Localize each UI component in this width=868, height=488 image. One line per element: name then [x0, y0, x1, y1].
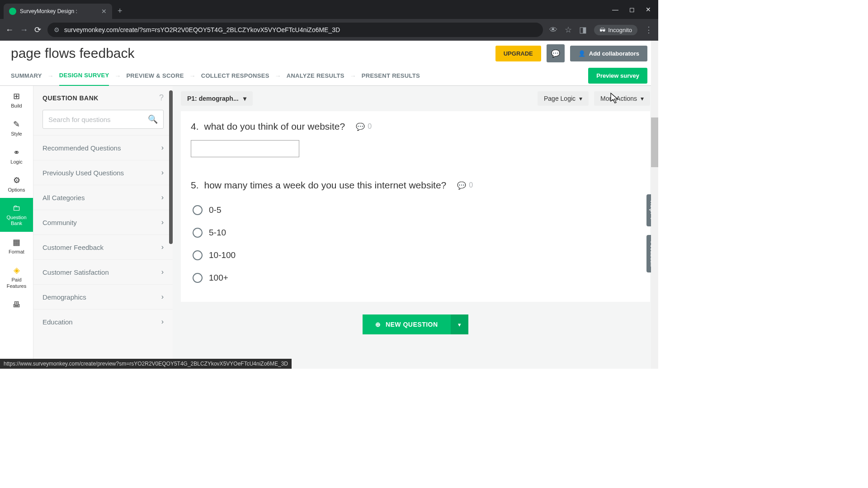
rail-options[interactable]: ⚙Options	[0, 170, 33, 198]
rail-print[interactable]: 🖶	[0, 295, 33, 315]
browser-tab[interactable]: SurveyMonkey Design : ✕	[4, 4, 112, 19]
arrow-icon: →	[275, 72, 281, 80]
page-selector[interactable]: P1: demograph... ▾	[181, 91, 253, 106]
rail-style[interactable]: ✎Style	[0, 114, 33, 142]
category-education[interactable]: Education›	[33, 309, 173, 334]
new-tab-button[interactable]: +	[118, 6, 123, 16]
minimize-icon[interactable]: —	[612, 6, 618, 13]
rail-paid-features[interactable]: ◈Paid Features	[0, 260, 33, 294]
url-bar[interactable]: ⚙ surveymonkey.com/create/?sm=rsYO2R2V0E…	[47, 23, 543, 37]
question-bank-icon: 🗀	[13, 203, 21, 213]
left-rail: ⊞Build ✎Style ⚭Logic ⚙Options 🗀Question …	[0, 86, 33, 369]
arrow-icon: →	[47, 72, 54, 80]
forward-icon[interactable]: →	[20, 25, 28, 35]
reload-icon[interactable]: ⟳	[34, 25, 41, 35]
nav-tab-design[interactable]: DESIGN SURVEY	[59, 66, 109, 86]
chevron-right-icon: ›	[161, 293, 164, 301]
page-scrollbar-thumb[interactable]	[651, 117, 658, 167]
radio-icon	[193, 250, 203, 260]
category-recommended[interactable]: Recommended Questions›	[33, 135, 173, 160]
main-area: ⊞Build ✎Style ⚭Logic ⚙Options 🗀Question …	[0, 86, 658, 369]
chevron-down-icon: ▾	[579, 95, 582, 102]
app-header: page flows feedback UPGRADE 💬 👤 Add coll…	[0, 41, 658, 66]
chevron-right-icon: ›	[161, 193, 164, 202]
page-logic-dropdown[interactable]: Page Logic▾	[538, 91, 589, 106]
text-answer-field[interactable]	[191, 140, 299, 157]
category-customer-satisfaction[interactable]: Customer Satisfaction›	[33, 259, 173, 284]
question-5[interactable]: 5. how many times a week do you use this…	[181, 170, 650, 302]
radio-option[interactable]: 5-10	[191, 221, 640, 244]
canvas-toolbar: P1: demograph... ▾ Page Logic▾ More Acti…	[173, 86, 658, 111]
bookmark-icon[interactable]: ☆	[565, 25, 572, 35]
question-4[interactable]: 4. what do you think of our website? 💬0	[181, 111, 650, 170]
help-icon[interactable]: ?	[159, 93, 164, 103]
plus-icon: ⊕	[375, 321, 381, 328]
paid-icon: ◈	[14, 265, 20, 275]
incognito-badge[interactable]: 🕶 Incognito	[594, 25, 637, 35]
nav-tab-present[interactable]: PRESENT RESULTS	[362, 66, 420, 85]
category-all[interactable]: All Categories›	[33, 185, 173, 210]
page-scrollbar-track[interactable]	[651, 41, 658, 369]
radio-icon	[193, 273, 203, 283]
site-settings-icon[interactable]: ⚙	[54, 26, 60, 33]
maximize-icon[interactable]: ◻	[629, 6, 635, 13]
radio-option[interactable]: 100+	[191, 267, 640, 289]
nav-tab-collect[interactable]: COLLECT RESPONSES	[201, 66, 269, 85]
chevron-right-icon: ›	[161, 144, 164, 152]
visibility-off-icon[interactable]: 👁	[549, 25, 557, 35]
format-icon: ▦	[13, 237, 20, 247]
sidebar-scrollbar[interactable]	[169, 90, 173, 244]
chat-icon: 💬	[551, 49, 560, 58]
radio-option[interactable]: 10-100	[191, 244, 640, 267]
radio-icon	[193, 228, 203, 238]
chevron-right-icon: ›	[161, 243, 164, 251]
new-question-dropdown[interactable]: ▾	[451, 314, 468, 334]
close-tab-icon[interactable]: ✕	[101, 8, 107, 15]
comment-icon: 💬	[356, 122, 365, 131]
radio-option[interactable]: 0-5	[191, 199, 640, 221]
comments-count[interactable]: 💬0	[356, 122, 372, 131]
rail-logic[interactable]: ⚭Logic	[0, 142, 33, 170]
question-number: 5.	[191, 180, 199, 191]
add-collaborators-button[interactable]: 👤 Add collaborators	[570, 46, 647, 61]
radio-icon	[193, 205, 203, 215]
back-icon[interactable]: ←	[5, 25, 14, 35]
menu-icon[interactable]: ⋮	[645, 25, 653, 35]
comments-count[interactable]: 💬0	[457, 181, 473, 190]
browser-toolbar: ← → ⟳ ⚙ surveymonkey.com/create/?sm=rsYO…	[0, 19, 658, 41]
rail-format[interactable]: ▦Format	[0, 232, 33, 260]
rail-question-bank[interactable]: 🗀Question Bank	[0, 198, 33, 232]
search-icon[interactable]: 🔍	[148, 114, 158, 124]
nav-tabs: SUMMARY → DESIGN SURVEY → PREVIEW & SCOR…	[0, 66, 658, 86]
category-customer-feedback[interactable]: Customer Feedback›	[33, 235, 173, 259]
preview-survey-button[interactable]: Preview survey	[588, 68, 647, 84]
upgrade-button[interactable]: UPGRADE	[495, 46, 541, 61]
search-input[interactable]	[48, 116, 148, 123]
category-community[interactable]: Community›	[33, 210, 173, 235]
nav-tab-preview[interactable]: PREVIEW & SCORE	[126, 66, 184, 85]
new-question-button[interactable]: ⊕ NEW QUESTION	[363, 314, 450, 334]
options-icon: ⚙	[13, 175, 20, 185]
browser-tab-strip: SurveyMonkey Design : ✕ + — ◻ ✕	[0, 0, 658, 19]
incognito-icon: 🕶	[599, 27, 605, 33]
sidebar-title: QUESTION BANK	[42, 94, 99, 102]
survey-canvas: P1: demograph... ▾ Page Logic▾ More Acti…	[173, 86, 658, 369]
close-window-icon[interactable]: ✕	[646, 6, 651, 13]
chat-icon-button[interactable]: 💬	[547, 44, 565, 62]
nav-tab-summary[interactable]: SUMMARY	[11, 66, 42, 85]
logic-icon: ⚭	[13, 147, 20, 157]
url-text: surveymonkey.com/create/?sm=rsYO2R2V0EQO…	[64, 26, 340, 33]
category-demographics[interactable]: Demographics›	[33, 284, 173, 309]
more-actions-dropdown[interactable]: More Actions▾	[594, 91, 650, 106]
chevron-right-icon: ›	[161, 169, 164, 177]
nav-tab-analyze[interactable]: ANALYZE RESULTS	[287, 66, 344, 85]
side-panel-icon[interactable]: ◨	[579, 25, 587, 35]
chevron-down-icon: ▾	[243, 95, 246, 102]
category-previously-used[interactable]: Previously Used Questions›	[33, 160, 173, 185]
search-box[interactable]: 🔍	[42, 110, 164, 129]
style-icon: ✎	[13, 119, 20, 129]
status-bar: https://www.surveymonkey.com/create/prev…	[0, 359, 292, 369]
survey-title[interactable]: page flows feedback	[11, 46, 135, 61]
person-add-icon: 👤	[578, 50, 585, 57]
rail-build[interactable]: ⊞Build	[0, 86, 33, 114]
